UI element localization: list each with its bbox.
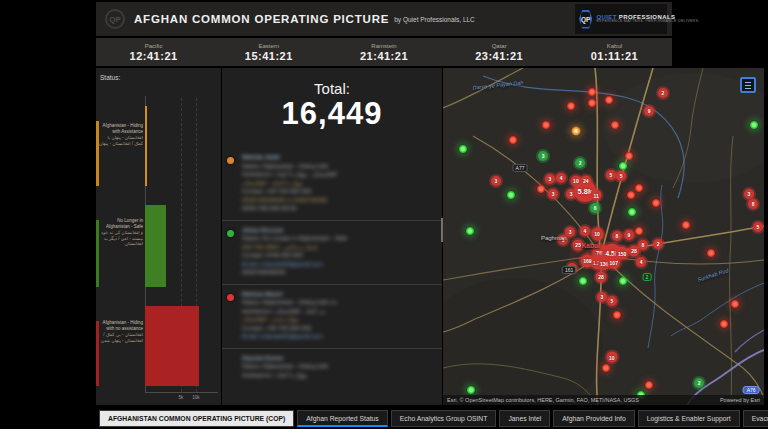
map-label-box-dark: A77	[513, 164, 528, 172]
marker-red[interactable]	[587, 87, 596, 96]
cluster-red[interactable]: 10	[606, 352, 617, 363]
marker-red[interactable]	[681, 221, 690, 230]
cluster-red[interactable]: 4	[636, 257, 646, 267]
cluster-red[interactable]: 4	[580, 226, 590, 236]
cluster-green[interactable]: 3	[538, 151, 548, 161]
status-dot	[227, 230, 234, 237]
map[interactable]: 45.8k7634.5k1.2k169136107150282825208933…	[443, 68, 764, 405]
marker-red[interactable]	[508, 136, 517, 145]
marker-green[interactable]	[628, 207, 637, 216]
cluster-red[interactable]: 5	[753, 222, 763, 232]
redacted-line: پنهان با کمک - افغانستان	[242, 179, 436, 188]
tab-evacuee-data[interactable]: Evacuee Data	[743, 410, 768, 427]
cluster-green[interactable]: 6	[590, 203, 600, 213]
tab-afghan-reported-status[interactable]: Afghan Reported Status	[297, 410, 388, 427]
status-bar[interactable]	[145, 106, 147, 186]
marker-orange[interactable]: 4	[571, 126, 581, 136]
list-item[interactable]: Jahan NoorzaiStatus: No Longer in Afghan…	[222, 220, 442, 284]
cluster-red[interactable]: 8	[612, 231, 622, 241]
cluster-green[interactable]: 2	[694, 378, 704, 388]
marker-red[interactable]	[612, 311, 621, 320]
marker-red[interactable]	[602, 363, 611, 372]
marker-red[interactable]	[536, 184, 545, 193]
cluster-red[interactable]: 2	[653, 239, 663, 249]
cluster-red[interactable]: 169	[581, 254, 594, 267]
tab-afghan-provided-info[interactable]: Afghan Provided Info	[553, 410, 634, 427]
cluster-red[interactable]: 10	[570, 175, 581, 186]
marker-red[interactable]	[624, 151, 633, 160]
clock-ramstein: Ramstein 21:41:21	[326, 38, 441, 66]
marker-red[interactable]	[567, 102, 576, 111]
marker-green[interactable]	[619, 276, 628, 285]
marker-red[interactable]	[635, 227, 644, 236]
cluster-red[interactable]: 5	[606, 170, 616, 180]
cluster-red[interactable]: 3	[744, 189, 754, 199]
marker-red[interactable]	[707, 249, 716, 258]
marker-red[interactable]	[611, 120, 620, 129]
cluster-red[interactable]: 11	[591, 190, 602, 201]
marker-red[interactable]	[635, 183, 644, 192]
status-chart-panel: Status: 5k 10k Afghanistan - Hiding with…	[96, 68, 221, 405]
qp-logo-icon: QP	[105, 9, 125, 29]
list-item[interactable]: Rahima WaziriStatus: Afghanistan - Hidin…	[222, 284, 442, 348]
marker-red[interactable]	[652, 199, 661, 208]
cluster-red[interactable]: 9	[624, 230, 634, 240]
marker-red[interactable]	[731, 299, 740, 308]
cluster-red[interactable]: 8	[638, 240, 648, 250]
marker-red[interactable]	[604, 96, 613, 105]
marker-green[interactable]	[619, 162, 628, 171]
redacted-line: Contact: 0700 000 000	[242, 251, 436, 260]
cluster-red[interactable]: 8	[748, 199, 758, 209]
tab-echo-analytics-group-osint[interactable]: Echo Analytics Group OSINT	[391, 410, 497, 427]
clock-zone: Eastern	[258, 43, 279, 49]
marker-green[interactable]	[750, 120, 759, 129]
cluster-red[interactable]: 10	[592, 228, 603, 239]
marker-red[interactable]	[719, 320, 728, 329]
cluster-red[interactable]: 28	[595, 271, 606, 282]
cluster-red[interactable]: 2	[658, 88, 668, 98]
tab-janes-intel[interactable]: Janes Intel	[499, 410, 550, 427]
cluster-red[interactable]: 9	[644, 106, 654, 116]
map-layers-icon[interactable]	[740, 77, 756, 93]
marker-green[interactable]	[578, 276, 587, 285]
marker-red[interactable]	[627, 191, 636, 200]
cluster-red[interactable]: 5	[607, 296, 617, 306]
status-bar[interactable]	[145, 205, 166, 287]
cluster-green[interactable]: 2	[575, 158, 585, 168]
cluster-red[interactable]: 3	[548, 189, 558, 199]
cluster-red[interactable]: 3	[597, 292, 607, 302]
map-label-box-green: 2	[642, 273, 651, 281]
marker-red[interactable]	[587, 99, 596, 108]
cluster-red[interactable]: 3	[545, 174, 555, 184]
cluster-red[interactable]: 3	[491, 176, 501, 186]
map-label-city: Kabul	[582, 241, 600, 248]
status-dot	[227, 157, 234, 164]
redacted-line: 0093700000000 or 0093700000	[242, 196, 436, 205]
status-bar[interactable]	[145, 306, 199, 386]
marker-green[interactable]	[458, 144, 467, 153]
cluster-red[interactable]: 4	[556, 173, 566, 183]
cluster-red[interactable]: 5	[616, 171, 626, 181]
marker-green[interactable]	[465, 227, 474, 236]
tab-afghanistan-common-operating-picture-cop[interactable]: AFGHANISTAN COMMON OPERATING PICTURE (CO…	[99, 410, 294, 427]
clock-zone: Pacific	[145, 43, 163, 49]
redacted-line: Assistance / پنهان با کمک	[242, 371, 436, 380]
cluster-red[interactable]: 150	[616, 247, 629, 260]
tab-logistics-enabler-support[interactable]: Logistics & Enabler Support	[638, 410, 740, 427]
marker-green[interactable]	[466, 385, 475, 394]
cluster-red[interactable]: 107	[608, 257, 620, 269]
category-label: Afghanistan - Hiding with no assistanceا…	[98, 320, 143, 343]
page-tab-bar: AFGHANISTAN COMMON OPERATING PICTURE (CO…	[96, 408, 672, 429]
dashboard-content: QP AFGHAN COMMON OPERATING PICTURE by Qu…	[96, 0, 672, 429]
marker-red[interactable]	[542, 120, 551, 129]
cluster-red[interactable]: 3	[566, 189, 576, 199]
list-item[interactable]: Sayeda KarimiStatus: Afghanistan - Hidin…	[222, 348, 442, 387]
clock-zone: Qatar	[492, 43, 507, 49]
marker-green[interactable]	[507, 191, 516, 200]
redacted-line: Status: No Longer in Afghanistan - Safe	[242, 234, 436, 243]
list-item[interactable]: Wahida JalaliStatus: Afghanistan - Hidin…	[222, 148, 442, 220]
evacuee-list: Wahida JalaliStatus: Afghanistan - Hidin…	[222, 148, 442, 405]
map-label-box-dark: 161	[562, 266, 576, 274]
marker-red[interactable]	[645, 381, 654, 390]
cluster-red[interactable]: 24	[580, 175, 591, 186]
